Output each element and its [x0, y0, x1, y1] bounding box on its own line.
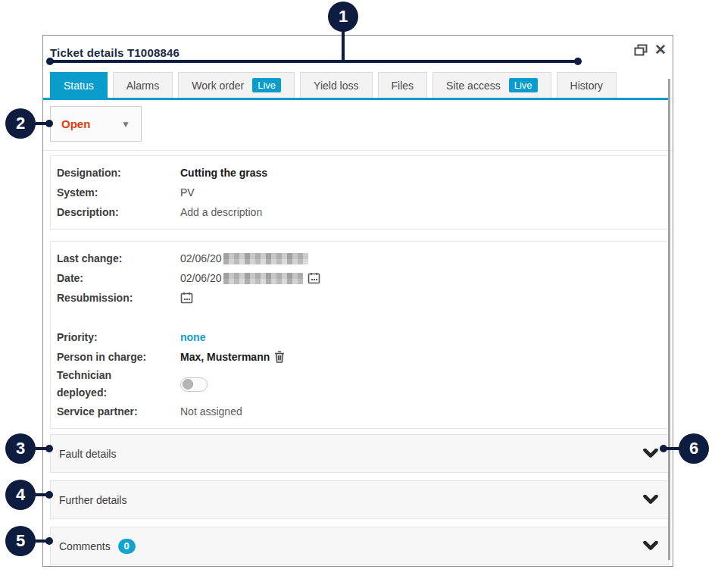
ticket-status-value: Open — [61, 117, 90, 130]
restore-window-icon[interactable] — [634, 44, 648, 56]
service-partner-row: Service partner: Not assigned — [57, 402, 662, 421]
callout-3: 3 — [5, 433, 36, 464]
tab-files[interactable]: Files — [378, 72, 428, 98]
callout-4-dot — [45, 491, 53, 499]
resubmission-label: Resubmission: — [57, 289, 180, 307]
person-in-charge-row: Person in charge: Max, Mustermann — [57, 347, 662, 367]
comments-panel[interactable]: Comments 0 — [50, 527, 669, 565]
callout-6-line — [665, 447, 680, 450]
callout-4: 4 — [5, 480, 36, 510]
tab-history-label: History — [570, 80, 604, 92]
system-value: PV — [180, 186, 195, 199]
callout-1-vline — [342, 31, 345, 61]
date-text: 02/06/20 — [180, 272, 222, 284]
tab-yield-loss[interactable]: Yield loss — [300, 72, 372, 98]
person-name: Max, Mustermann — [180, 351, 270, 363]
redacted-text — [223, 273, 303, 284]
status-tab-content: Open ▼ Designation: Cutting the grass Sy… — [43, 100, 673, 565]
callout-1-dot-left — [46, 58, 54, 65]
row-spacer — [57, 308, 662, 327]
resubmission-row: Resubmission: — [57, 288, 662, 308]
callout-3-dot — [45, 445, 53, 452]
tab-site-access[interactable]: Site access Live — [432, 72, 551, 98]
ticket-details-dialog: Ticket details T1008846 ✕ Status Alarms … — [42, 35, 673, 567]
callout-5-dot — [45, 537, 53, 545]
fault-details-panel[interactable]: Fault details — [50, 434, 669, 473]
tab-yield-loss-label: Yield loss — [314, 80, 358, 92]
technician-deployed-row: Technician deployed: — [57, 367, 662, 402]
callout-1: 1 — [328, 2, 358, 32]
technician-deployed-label-text: Technician deployed: — [57, 367, 129, 402]
callout-1-hline — [50, 60, 578, 63]
technician-deployed-value — [180, 377, 208, 392]
window-controls: ✕ — [634, 42, 667, 57]
calendar-icon[interactable] — [308, 272, 320, 284]
dates-assignment-fieldbox: Last change: 02/06/20 Date: 02/06/20 — [50, 241, 669, 429]
tab-work-order[interactable]: Work order Live — [178, 72, 295, 98]
callout-1-dot-right — [574, 58, 582, 65]
comments-label: Comments 0 — [59, 539, 136, 554]
trash-icon[interactable] — [274, 351, 285, 363]
dropdown-arrow-icon: ▼ — [121, 119, 130, 130]
tab-status-label: Status — [64, 80, 94, 92]
last-change-row: Last change: 02/06/20 — [57, 249, 662, 268]
calendar-icon[interactable] — [180, 292, 193, 304]
comments-label-text: Comments — [59, 540, 111, 552]
close-icon[interactable]: ✕ — [654, 42, 667, 57]
person-in-charge-value: Max, Mustermann — [180, 351, 285, 363]
service-partner-label: Service partner: — [57, 403, 180, 421]
resubmission-value — [180, 292, 193, 304]
designation-row: Designation: Cutting the grass — [57, 163, 662, 183]
date-row: Date: 02/06/20 — [57, 268, 662, 288]
further-details-panel[interactable]: Further details — [50, 480, 669, 519]
fault-details-label: Fault details — [59, 448, 116, 460]
callout-6: 6 — [679, 433, 709, 464]
live-badge: Live — [509, 78, 538, 92]
tab-site-access-label: Site access — [446, 80, 501, 92]
designation-fieldbox: Designation: Cutting the grass System: P… — [50, 155, 669, 230]
further-details-label: Further details — [59, 494, 126, 506]
tab-history[interactable]: History — [557, 72, 617, 98]
live-badge: Live — [252, 78, 281, 92]
vertical-scrollbar[interactable] — [668, 79, 670, 560]
tab-files-label: Files — [392, 80, 414, 92]
system-row: System: PV — [57, 183, 662, 202]
tab-status[interactable]: Status — [50, 72, 108, 98]
ticket-status-dropdown[interactable]: Open ▼ — [50, 106, 142, 142]
description-row: Description: Add a description — [57, 202, 662, 222]
last-change-label: Last change: — [57, 250, 180, 267]
tab-alarms[interactable]: Alarms — [113, 72, 173, 98]
date-value: 02/06/20 — [180, 272, 320, 284]
last-change-value: 02/06/20 — [180, 252, 308, 264]
priority-label: Priority: — [57, 329, 180, 346]
comments-count-badge: 0 — [118, 539, 136, 554]
section-divider — [43, 150, 673, 151]
callout-2: 2 — [5, 108, 36, 139]
tab-alarms-label: Alarms — [126, 80, 160, 92]
chevron-down-icon[interactable] — [643, 541, 658, 551]
tab-bar: Status Alarms Work order Live Yield loss… — [43, 71, 673, 98]
priority-row: Priority: none — [57, 327, 662, 347]
callout-6-dot — [660, 445, 667, 452]
callout-2-dot — [45, 120, 53, 127]
person-in-charge-label: Person in charge: — [57, 349, 180, 366]
date-label: Date: — [57, 270, 180, 287]
chevron-down-icon[interactable] — [643, 449, 658, 458]
service-partner-value: Not assigned — [180, 405, 242, 418]
callout-5: 5 — [5, 526, 36, 556]
technician-deployed-toggle[interactable] — [180, 377, 208, 392]
chevron-down-icon[interactable] — [643, 495, 658, 505]
designation-value: Cutting the grass — [180, 167, 267, 179]
priority-value-link[interactable]: none — [180, 331, 205, 343]
system-label: System: — [57, 184, 180, 202]
dialog-header: Ticket details T1008846 ✕ — [43, 36, 673, 71]
dialog-title: Ticket details T1008846 — [50, 46, 180, 59]
redacted-text — [223, 253, 308, 264]
technician-deployed-label: Technician deployed: — [57, 367, 180, 402]
description-label: Description: — [57, 204, 180, 221]
page: Ticket details T1008846 ✕ Status Alarms … — [0, 0, 715, 588]
designation-label: Designation: — [57, 164, 180, 182]
last-change-date: 02/06/20 — [180, 252, 222, 264]
description-add-link[interactable]: Add a description — [180, 206, 262, 218]
tab-work-order-label: Work order — [192, 80, 244, 92]
